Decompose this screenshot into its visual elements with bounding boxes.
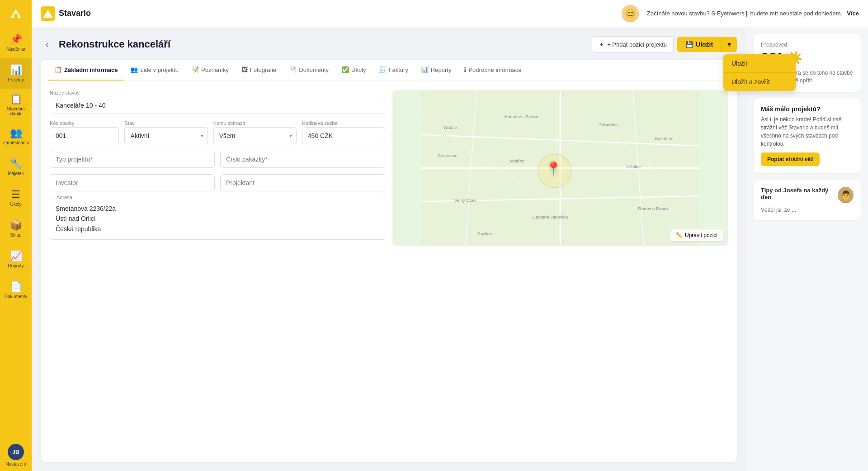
topbar-message: Začínáte novou stavbu? S Eyetowers ji bu… (647, 10, 842, 17)
edit-position-label: Upravit pozici (685, 232, 717, 238)
tips-widget: Tipy od Josefa na každý den 👨 Věděl jsi,… (754, 180, 861, 220)
typ-projektu-input[interactable] (50, 151, 215, 168)
sidebar-item-nastenska[interactable]: 📌 Nástěnka (0, 27, 32, 58)
sidebar-item-majetek[interactable]: 🔧 Majetek (0, 152, 32, 182)
user-avatar[interactable]: JB (8, 444, 24, 460)
sidebar-item-ukoly[interactable]: ☰ Úkoly (0, 182, 32, 213)
komu-zobrazit-field: Komu zobrazit Všem Jen mně ▾ (213, 120, 297, 144)
dropdown-item-ulozit-zavrit[interactable]: Uložit a zavřít (723, 73, 746, 91)
right-sidebar: Předpověď 28° ☀️ Bude teplo! Zítra se do… (746, 27, 868, 471)
tasks-icon: ☰ (11, 189, 20, 200)
cislo-zakazky-field (220, 151, 385, 168)
tips-text: Věděl jsi, že ... (761, 207, 854, 213)
sidebar-item-reporty[interactable]: 📈 Reporty (0, 244, 32, 275)
address-box: Adresa Smetanova 2236/22a Ústí nad Orlic… (50, 198, 385, 240)
tips-avatar: 👨 (838, 187, 854, 203)
header-actions: ＋ + Přidat pozici projektu 💾 Uložit ▼ (592, 36, 737, 52)
tab-lide[interactable]: 👥 Lidé v projektu (124, 60, 185, 81)
sidebar-item-label: Projekty (8, 77, 24, 82)
reports-icon: 📈 (10, 250, 22, 262)
logo-area (0, 0, 32, 27)
svg-text:Červené Janovice: Červené Janovice (532, 214, 568, 219)
assets-icon: 🔧 (10, 158, 22, 170)
topbar: Stavario 😊 Začínáte novou stavbu? S Eyet… (32, 0, 868, 27)
tab-reporty[interactable]: 📊 Reporty (415, 60, 458, 81)
tab-label: Základní informace (64, 67, 118, 73)
promo-button[interactable]: Poptat strážní věž (761, 152, 820, 166)
address-line-3: Česká republika (56, 224, 379, 234)
avatar-face: 😊 (622, 5, 639, 22)
warehouse-icon: 📦 (10, 219, 22, 231)
tab-faktury[interactable]: 🧾 Faktury (373, 60, 415, 81)
edit-icon: ✏️ (676, 232, 683, 238)
tab-podrobne[interactable]: ℹ Podrobné informace (458, 60, 528, 81)
content-area: ‹ Rekonstrukce kanceláří ＋ + Přidat pozi… (32, 27, 868, 471)
save-label: Uložit (696, 41, 713, 48)
projektant-input[interactable] (220, 174, 385, 191)
hodinova-sazba-input[interactable] (302, 127, 385, 144)
tab-icon: 🖼 (241, 66, 248, 73)
tab-icon: 📝 (191, 66, 199, 73)
address-line-1: Smetanova 2236/22a (56, 204, 379, 214)
diary-icon: 📋 (10, 93, 22, 105)
employees-icon: 👥 (10, 127, 22, 139)
svg-text:Ronov u Dvora: Ronov u Dvora (638, 206, 668, 211)
add-position-button[interactable]: ＋ + Přidat pozici projektu (592, 36, 674, 52)
investor-input[interactable] (50, 174, 215, 191)
komu-select[interactable]: Všem Jen mně (213, 127, 297, 144)
sidebar-item-label: Zaměstnanci (3, 140, 28, 145)
save-dropdown-button[interactable]: ▼ (721, 37, 737, 52)
address-line-2: Ústí nad Orlicí (56, 214, 379, 224)
nazev-stavby-input[interactable] (50, 97, 385, 114)
tab-fotografie[interactable]: 🖼 Fotografie (235, 60, 283, 81)
svg-text:Zbyslav: Zbyslav (476, 231, 492, 236)
projektant-field (220, 174, 385, 191)
topbar-avatar: 😊 (622, 5, 639, 22)
sidebar-item-label: Stavební deník (2, 106, 29, 116)
topbar-logo: Stavario (41, 6, 91, 21)
save-dropdown-menu: Uložit Uložit a zavřít (723, 54, 746, 91)
promo-title: Máš málo projektů? (761, 105, 854, 113)
logo-icon (8, 5, 24, 22)
sidebar-item-dokumenty[interactable]: 📄 Dokumenty (0, 275, 32, 305)
komu-select-wrapper: Všem Jen mně ▾ (213, 127, 297, 144)
back-button[interactable]: ‹ (41, 38, 53, 51)
sidebar-item-sklad[interactable]: 📦 Sklad (0, 213, 32, 244)
adresa-field: Adresa Smetanova 2236/22a Ústí nad Orlic… (50, 198, 385, 240)
form-map-row: Název stavby Kód stavby Stav (41, 81, 737, 255)
form-row-2 (50, 151, 385, 168)
topbar-logo-icon (41, 6, 55, 21)
save-button[interactable]: 💾 Uložit (677, 37, 721, 52)
tab-label: Dokumenty (299, 67, 329, 73)
topbar-more-link[interactable]: Více (847, 10, 859, 17)
app-name: Stavario (59, 9, 91, 18)
topbar-notification: 😊 Začínáte novou stavbu? S Eyetowers ji … (622, 5, 859, 22)
save-icon: 💾 (685, 41, 693, 48)
tabs: 📋 Základní informace 👥 Lidé v projektu 📝… (41, 60, 737, 81)
promo-widget: Máš málo projektů? Asi ti je někdo krade… (754, 98, 861, 173)
tab-icon: 🧾 (379, 66, 387, 73)
settings-label: Nastavení (5, 461, 26, 466)
sidebar-item-stavebni-denik[interactable]: 📋 Stavební deník (0, 89, 32, 121)
svg-rect-2 (14, 14, 18, 18)
dropdown-item-ulozit[interactable]: Uložit (723, 54, 746, 72)
map-container[interactable]: Vrábče Hořiněves Sečov Záborčice Bezohla… (392, 90, 728, 246)
tab-dokumenty[interactable]: 📄 Dokumenty (283, 60, 335, 81)
sidebar-item-zamestnanci[interactable]: 👥 Zaměstnanci (0, 121, 32, 152)
edit-position-button[interactable]: ✏️ Upravit pozici (670, 229, 723, 242)
weather-label: Předpověď (761, 42, 854, 48)
tab-zakladni[interactable]: 📋 Základní informace (48, 60, 124, 81)
nazev-stavby-field: Název stavby (50, 90, 385, 114)
promo-description: Asi ti je někdo krade! Pořiď si naši str… (761, 115, 854, 148)
kod-stavby-input[interactable] (50, 127, 119, 144)
svg-text:Vrábče: Vrábče (443, 125, 457, 130)
tab-icon: ℹ (464, 66, 466, 73)
sidebar-item-projekty[interactable]: 📊 Projekty (0, 58, 32, 89)
stav-select[interactable]: Aktivní Neaktivní (124, 127, 208, 144)
cislo-zakazky-input[interactable] (220, 151, 385, 168)
tab-ukoly[interactable]: ✅ Úkoly (335, 60, 373, 81)
main-area: Stavario 😊 Začínáte novou stavbu? S Eyet… (32, 0, 868, 471)
stav-label: Stav (124, 120, 208, 126)
tab-poznamky[interactable]: 📝 Poznámky (185, 60, 235, 81)
tab-label: Podrobné informace (468, 67, 521, 73)
